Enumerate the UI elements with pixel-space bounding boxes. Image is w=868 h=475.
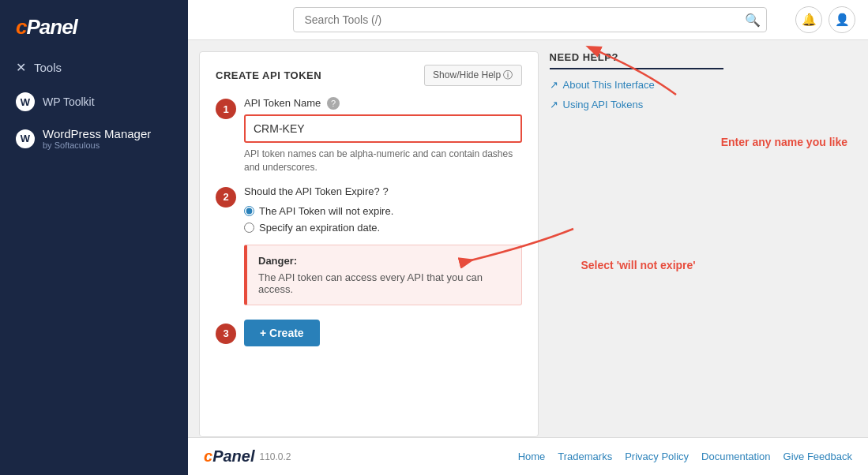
show-hide-help-button[interactable]: Show/Hide Help ⓘ	[424, 65, 521, 86]
search-input[interactable]	[293, 7, 767, 32]
user-button[interactable]: 👤	[829, 6, 855, 33]
radio-specify-expire-input[interactable]	[244, 223, 254, 233]
sidebar-item-wp-toolkit-label: WP Toolkit	[43, 95, 95, 108]
step-3-badge: 3	[216, 324, 236, 344]
token-name-input[interactable]	[244, 114, 522, 143]
token-name-label: API Token Name ?	[244, 97, 522, 110]
notifications-button[interactable]: 🔔	[795, 6, 822, 33]
footer-link-privacy[interactable]: Privacy Policy	[625, 451, 689, 462]
main-area: 🔍 🔔 👤 CREATE API TOKEN Show/Hide Help ⓘ	[188, 0, 868, 475]
bell-icon: 🔔	[802, 13, 817, 27]
radio-no-expire-input[interactable]	[244, 206, 254, 216]
topbar-icons: 🔔 👤	[795, 6, 855, 33]
sidebar-item-wp-toolkit[interactable]: W WP Toolkit	[0, 84, 188, 119]
token-name-help-icon[interactable]: ?	[327, 97, 340, 110]
panel-title: CREATE API TOKEN	[216, 69, 321, 81]
footer-link-documentation[interactable]: Documentation	[701, 451, 770, 462]
annotation-select: Select 'will not exipre'	[581, 259, 856, 271]
footer-version: 110.0.2	[259, 451, 291, 462]
create-row: 3 + Create	[216, 320, 522, 346]
step-2-badge: 2	[216, 187, 236, 208]
footer: cPanel 110.0.2 Home Trademarks Privacy P…	[188, 437, 868, 475]
wordpress-manager-label: WordPress Manager	[43, 127, 151, 140]
danger-text: The API token can access every API that …	[258, 271, 510, 295]
arrow-select	[455, 221, 581, 268]
content-area: CREATE API TOKEN Show/Hide Help ⓘ 1 API …	[188, 40, 868, 437]
footer-logo-area: cPanel 110.0.2	[204, 447, 291, 466]
wordpress-manager-icon: W	[16, 129, 35, 148]
annotations: Enter any name you like Select 'will not…	[550, 126, 856, 271]
search-wrapper: 🔍	[293, 7, 767, 32]
footer-link-feedback[interactable]: Give Feedback	[783, 451, 852, 462]
token-name-hint: API token names can be alpha-numeric and…	[244, 148, 522, 174]
footer-links: Home Trademarks Privacy Policy Documenta…	[518, 451, 852, 462]
annotation-enter-name: Enter any name you like	[550, 136, 856, 148]
footer-logo-c: c	[204, 447, 212, 465]
footer-link-home[interactable]: Home	[518, 451, 546, 462]
user-icon: 👤	[835, 13, 850, 27]
wordpress-manager-subtitle: by Softaculous	[43, 140, 151, 150]
radio-no-expire[interactable]: The API Token will not expire.	[244, 205, 522, 217]
expire-label: Should the API Token Expire? ?	[244, 185, 522, 197]
sidebar-item-tools[interactable]: ✕ Tools	[0, 50, 188, 84]
footer-logo: cPanel	[204, 447, 254, 466]
tools-icon: ✕	[16, 60, 26, 75]
sidebar: cPanel ✕ Tools W WP Toolkit W WordPress …	[0, 0, 188, 475]
search-button[interactable]: 🔍	[745, 13, 761, 28]
arrow-enter-name	[566, 40, 692, 103]
topbar: 🔍 🔔 👤	[188, 0, 868, 40]
step-1-row: 1 API Token Name ? API token names can b…	[216, 97, 522, 174]
external-link-icon-2: ↗	[550, 99, 558, 110]
radio-specify-expire-label: Specify an expiration date.	[259, 222, 380, 234]
wp-toolkit-icon: W	[16, 92, 35, 111]
cpanel-logo: cPanel	[0, 0, 188, 50]
sidebar-item-wordpress-manager[interactable]: W WordPress Manager by Softaculous	[0, 119, 188, 158]
footer-logo-panel: Panel	[212, 447, 254, 465]
panel-header: CREATE API TOKEN Show/Hide Help ⓘ	[216, 65, 522, 86]
footer-link-trademarks[interactable]: Trademarks	[558, 451, 612, 462]
right-panel: NEED HELP? ↗ About This Interface ↗ Usin…	[550, 51, 856, 437]
create-button[interactable]: + Create	[244, 320, 320, 346]
expire-help-icon[interactable]: ?	[382, 185, 388, 197]
external-link-icon-1: ↗	[550, 79, 558, 91]
step-1-badge: 1	[216, 99, 236, 119]
sidebar-item-tools-label: Tools	[34, 61, 62, 74]
radio-no-expire-label: The API Token will not expire.	[259, 205, 393, 217]
